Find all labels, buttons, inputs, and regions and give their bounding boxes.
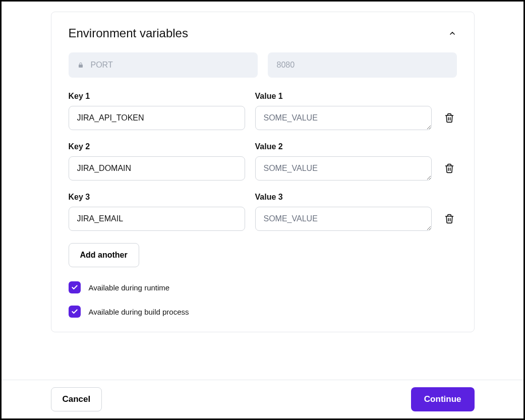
key-input-2[interactable] (69, 156, 245, 181)
footer: Cancel Continue (2, 380, 523, 418)
trash-icon (444, 113, 454, 123)
example-value-text: 8080 (277, 61, 295, 70)
delete-button-2[interactable] (442, 156, 457, 181)
build-checkbox[interactable] (69, 306, 81, 318)
key-label: Key 3 (69, 193, 245, 202)
env-vars-card: Environment variables PORT 8080 Key 1 (51, 12, 475, 332)
key-label: Key 1 (69, 92, 245, 101)
var-row: Key 1 Value 1 SOME_VALUE (69, 92, 457, 130)
trash-icon (444, 214, 454, 224)
add-another-button[interactable]: Add another (69, 243, 139, 267)
key-label: Key 2 (69, 142, 245, 151)
var-row: Key 2 Value 2 SOME_VALUE (69, 142, 457, 181)
value-input-3[interactable]: SOME_VALUE (255, 207, 432, 231)
card-title: Environment variables (69, 26, 188, 40)
check-icon (71, 308, 78, 315)
key-input-1[interactable] (69, 106, 245, 130)
value-input-2[interactable]: SOME_VALUE (255, 156, 432, 181)
value-label: Value 2 (255, 142, 432, 151)
lock-icon (78, 62, 84, 69)
example-row: PORT 8080 (69, 52, 457, 78)
example-key-text: PORT (91, 61, 113, 70)
chevron-up-icon (448, 29, 456, 37)
build-checkbox-label: Available during build process (89, 308, 189, 316)
value-input-1[interactable]: SOME_VALUE (255, 106, 432, 130)
runtime-checkbox[interactable] (69, 281, 81, 293)
cancel-button[interactable]: Cancel (51, 387, 102, 411)
var-row: Key 3 Value 3 SOME_VALUE (69, 193, 457, 231)
runtime-checkbox-label: Available during runtime (89, 283, 170, 292)
value-label: Value 1 (255, 92, 432, 101)
trash-icon (444, 163, 454, 173)
value-label: Value 3 (255, 193, 432, 202)
collapse-toggle[interactable] (448, 29, 457, 38)
example-key-box: PORT (69, 52, 258, 78)
delete-button-3[interactable] (442, 207, 457, 231)
continue-button[interactable]: Continue (411, 387, 475, 411)
example-value-box: 8080 (268, 52, 457, 78)
delete-button-1[interactable] (442, 106, 457, 130)
check-icon (71, 284, 78, 291)
key-input-3[interactable] (69, 207, 245, 231)
